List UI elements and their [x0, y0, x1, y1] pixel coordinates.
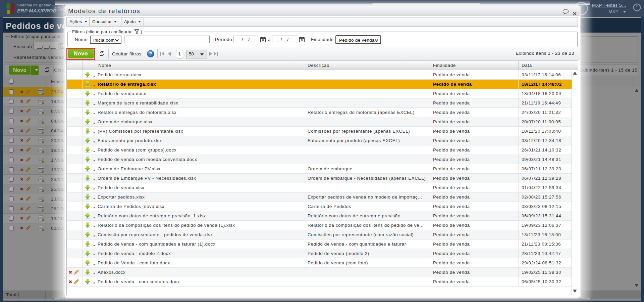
svg-text:8: 8	[301, 39, 303, 42]
svg-text:8: 8	[262, 39, 264, 42]
svg-text:?: ?	[149, 51, 152, 56]
